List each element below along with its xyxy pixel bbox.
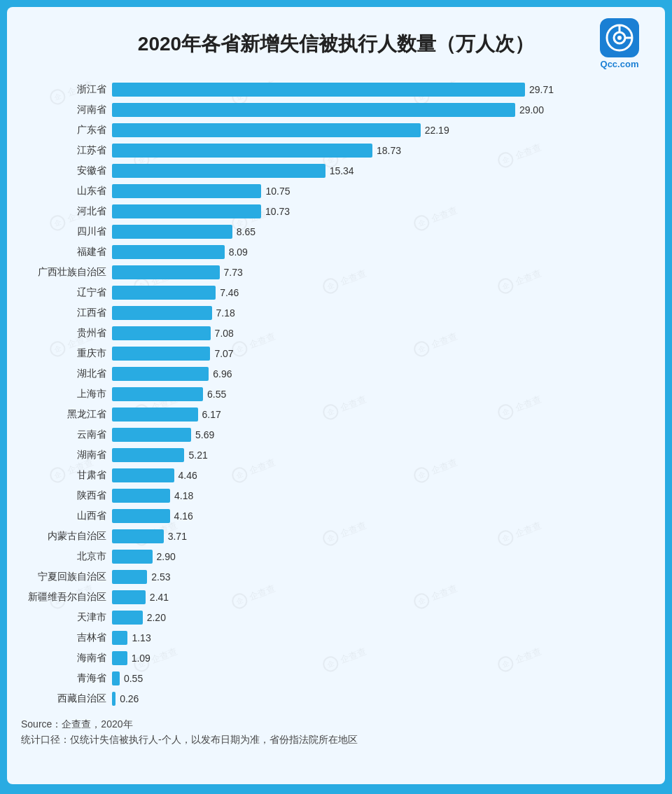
bar-value-label: 6.17 bbox=[202, 409, 221, 420]
bar-row: 甘肃省4.46 bbox=[21, 466, 651, 485]
bar-value-label: 10.73 bbox=[265, 206, 290, 217]
bar-fill bbox=[112, 570, 147, 584]
bar-label: 重庆市 bbox=[21, 347, 112, 360]
bar-container: 6.17 bbox=[112, 407, 651, 422]
bar-row: 西藏自治区0.26 bbox=[21, 690, 651, 708]
bar-label: 北京市 bbox=[21, 550, 112, 563]
bar-fill bbox=[112, 408, 198, 422]
bar-value-label: 2.90 bbox=[157, 551, 176, 562]
bar-value-label: 7.73 bbox=[224, 267, 243, 278]
logo-text: Qcc.com bbox=[601, 59, 639, 69]
bar-container: 1.13 bbox=[112, 630, 651, 646]
bar-fill bbox=[112, 286, 216, 300]
bar-fill bbox=[112, 489, 170, 503]
bar-fill bbox=[112, 590, 146, 604]
bar-container: 7.18 bbox=[112, 305, 651, 321]
bar-container: 1.09 bbox=[112, 650, 651, 666]
bar-label: 海南省 bbox=[21, 652, 112, 664]
bar-container: 7.07 bbox=[112, 346, 651, 361]
bar-container: 8.65 bbox=[112, 224, 651, 239]
logo: Qcc.com bbox=[588, 18, 651, 69]
bar-fill bbox=[112, 306, 212, 320]
bar-row: 安徽省15.34 bbox=[21, 162, 651, 180]
bar-label: 江苏省 bbox=[21, 144, 112, 157]
bar-value-label: 4.46 bbox=[178, 470, 197, 481]
bar-row: 湖北省6.96 bbox=[21, 365, 651, 383]
bar-fill bbox=[112, 448, 184, 462]
chart-footer: Source：企查查，2020年 统计口径：仅统计失信被执行人-个人，以发布日期… bbox=[21, 716, 651, 748]
bar-value-label: 6.55 bbox=[207, 389, 226, 400]
bar-fill bbox=[112, 692, 115, 706]
bar-label: 河北省 bbox=[21, 205, 112, 218]
bar-value-label: 0.26 bbox=[120, 693, 139, 704]
bar-value-label: 7.08 bbox=[215, 328, 234, 339]
bar-container: 10.75 bbox=[112, 183, 651, 199]
bar-value-label: 1.09 bbox=[132, 653, 150, 664]
bar-row: 河南省29.00 bbox=[21, 101, 651, 119]
bar-fill bbox=[112, 164, 326, 178]
bar-fill bbox=[112, 428, 191, 442]
bar-row: 广东省22.19 bbox=[21, 121, 651, 139]
bar-row: 山西省4.16 bbox=[21, 507, 651, 525]
bar-label: 福建省 bbox=[21, 246, 112, 258]
bar-fill bbox=[112, 326, 211, 340]
bar-fill bbox=[112, 184, 261, 198]
bar-value-label: 22.19 bbox=[425, 125, 449, 136]
bar-row: 重庆市7.07 bbox=[21, 344, 651, 363]
note-text: 统计口径：仅统计失信被执行人-个人，以发布日期为准，省份指法院所在地区 bbox=[21, 732, 651, 747]
bar-label: 青海省 bbox=[21, 672, 112, 685]
bar-row: 宁夏回族自治区2.53 bbox=[21, 568, 651, 586]
bar-container: 3.71 bbox=[112, 529, 651, 544]
bar-label: 贵州省 bbox=[21, 327, 112, 340]
bar-container: 4.46 bbox=[112, 468, 651, 483]
source-text: Source：企查查，2020年 bbox=[21, 716, 651, 732]
bar-fill bbox=[112, 245, 225, 259]
bar-value-label: 1.13 bbox=[132, 632, 150, 643]
bar-label: 云南省 bbox=[21, 429, 112, 441]
bar-label: 陕西省 bbox=[21, 489, 112, 502]
bar-row: 黑龙江省6.17 bbox=[21, 405, 651, 424]
bar-label: 广东省 bbox=[21, 124, 112, 137]
bar-label: 安徽省 bbox=[21, 165, 112, 177]
bar-row: 江苏省18.73 bbox=[21, 141, 651, 160]
chart-card: 2020年各省新增失信被执行人数量（万人次） Qcc.com 企企查查 企企查查… bbox=[7, 7, 665, 784]
bar-row: 云南省5.69 bbox=[21, 426, 651, 444]
bar-fill bbox=[112, 468, 174, 482]
bar-container: 7.08 bbox=[112, 326, 651, 341]
bar-label: 黑龙江省 bbox=[21, 408, 112, 421]
bar-label: 甘肃省 bbox=[21, 469, 112, 482]
bar-value-label: 10.75 bbox=[265, 186, 290, 197]
bar-fill bbox=[112, 225, 232, 239]
bar-container: 6.55 bbox=[112, 386, 651, 402]
bar-row: 辽宁省7.46 bbox=[21, 284, 651, 302]
bar-fill bbox=[112, 611, 143, 625]
bar-value-label: 4.16 bbox=[174, 510, 193, 522]
bar-container: 6.96 bbox=[112, 366, 651, 382]
bar-label: 山东省 bbox=[21, 185, 112, 197]
bar-row: 四川省8.65 bbox=[21, 223, 651, 241]
bar-container: 5.21 bbox=[112, 447, 651, 463]
bar-value-label: 29.00 bbox=[519, 104, 544, 116]
bar-value-label: 3.71 bbox=[168, 531, 187, 542]
bar-label: 吉林省 bbox=[21, 632, 112, 644]
bar-fill bbox=[112, 123, 421, 137]
bar-container: 10.73 bbox=[112, 204, 651, 219]
bar-fill bbox=[112, 529, 164, 543]
bar-row: 河北省10.73 bbox=[21, 202, 651, 221]
bar-row: 浙江省29.71 bbox=[21, 81, 651, 99]
chart-title: 2020年各省新增失信被执行人数量（万人次） bbox=[84, 31, 588, 57]
svg-point-2 bbox=[617, 36, 622, 40]
bar-value-label: 18.73 bbox=[377, 145, 401, 156]
bar-container: 2.53 bbox=[112, 569, 651, 585]
bar-container: 0.55 bbox=[112, 671, 651, 686]
bar-label: 湖北省 bbox=[21, 368, 112, 380]
bar-row: 广西壮族自治区7.73 bbox=[21, 263, 651, 281]
bar-container: 8.09 bbox=[112, 244, 651, 260]
bar-container: 22.19 bbox=[112, 123, 651, 138]
bar-container: 2.20 bbox=[112, 610, 651, 625]
bar-container: 29.71 bbox=[112, 82, 651, 97]
bar-label: 河南省 bbox=[21, 104, 112, 116]
bar-value-label: 2.41 bbox=[150, 592, 169, 603]
bar-row: 吉林省1.13 bbox=[21, 629, 651, 647]
bar-value-label: 0.55 bbox=[124, 673, 143, 684]
